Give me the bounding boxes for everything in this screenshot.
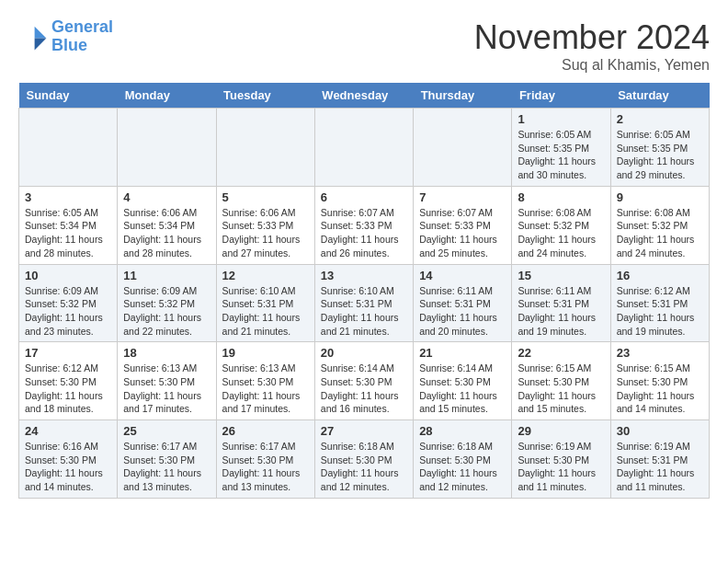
day-info: Sunrise: 6:10 AM Sunset: 5:31 PM Dayligh… (321, 284, 407, 339)
day-number: 30 (617, 424, 703, 438)
weekday-header-sunday: Sunday (19, 83, 118, 109)
calendar-cell: 23Sunrise: 6:15 AM Sunset: 5:30 PM Dayli… (610, 342, 709, 420)
day-info: Sunrise: 6:16 AM Sunset: 5:30 PM Dayligh… (25, 440, 111, 494)
calendar-cell: 18Sunrise: 6:13 AM Sunset: 5:30 PM Dayli… (118, 342, 216, 420)
logo-line1: General (51, 17, 113, 36)
weekday-header-tuesday: Tuesday (216, 83, 314, 109)
calendar-cell: 16Sunrise: 6:12 AM Sunset: 5:31 PM Dayli… (610, 264, 709, 342)
logo-line2: Blue (51, 36, 87, 54)
day-number: 22 (518, 346, 604, 360)
day-info: Sunrise: 6:06 AM Sunset: 5:34 PM Dayligh… (123, 206, 210, 260)
day-info: Sunrise: 6:08 AM Sunset: 5:32 PM Dayligh… (617, 206, 703, 260)
day-info: Sunrise: 6:07 AM Sunset: 5:33 PM Dayligh… (419, 206, 506, 260)
svg-marker-0 (35, 27, 47, 39)
calendar-cell (216, 109, 314, 187)
day-number: 14 (419, 269, 506, 282)
day-info: Sunrise: 6:14 AM Sunset: 5:30 PM Dayligh… (321, 362, 407, 416)
calendar-cell (118, 109, 216, 187)
calendar-cell: 1Sunrise: 6:05 AM Sunset: 5:35 PM Daylig… (512, 109, 610, 187)
calendar-week-row: 17Sunrise: 6:12 AM Sunset: 5:30 PM Dayli… (19, 342, 710, 420)
calendar-cell: 3Sunrise: 6:05 AM Sunset: 5:34 PM Daylig… (19, 186, 118, 264)
day-number: 10 (25, 269, 111, 282)
header: General Blue November 2024 Suq al Khamis… (18, 18, 710, 74)
day-number: 20 (321, 346, 407, 360)
calendar-week-row: 3Sunrise: 6:05 AM Sunset: 5:34 PM Daylig… (19, 186, 710, 264)
day-number: 4 (123, 190, 210, 204)
calendar-cell: 15Sunrise: 6:11 AM Sunset: 5:31 PM Dayli… (512, 264, 610, 342)
calendar-cell: 17Sunrise: 6:12 AM Sunset: 5:30 PM Dayli… (19, 342, 118, 420)
day-number: 9 (617, 190, 703, 204)
day-info: Sunrise: 6:06 AM Sunset: 5:33 PM Dayligh… (222, 206, 309, 260)
day-number: 29 (518, 424, 604, 438)
day-info: Sunrise: 6:05 AM Sunset: 5:35 PM Dayligh… (617, 128, 703, 182)
day-info: Sunrise: 6:19 AM Sunset: 5:31 PM Dayligh… (617, 440, 703, 494)
day-number: 21 (419, 346, 506, 360)
calendar-week-row: 10Sunrise: 6:09 AM Sunset: 5:32 PM Dayli… (19, 264, 710, 342)
calendar-week-row: 24Sunrise: 6:16 AM Sunset: 5:30 PM Dayli… (19, 420, 710, 499)
svg-marker-1 (35, 38, 47, 50)
calendar-cell: 26Sunrise: 6:17 AM Sunset: 5:30 PM Dayli… (216, 420, 314, 499)
calendar-week-row: 1Sunrise: 6:05 AM Sunset: 5:35 PM Daylig… (19, 109, 710, 187)
day-info: Sunrise: 6:13 AM Sunset: 5:30 PM Dayligh… (123, 362, 210, 416)
day-number: 28 (419, 424, 506, 438)
day-info: Sunrise: 6:07 AM Sunset: 5:33 PM Dayligh… (321, 206, 407, 260)
calendar-cell: 5Sunrise: 6:06 AM Sunset: 5:33 PM Daylig… (216, 186, 314, 264)
calendar-cell (414, 109, 512, 187)
day-info: Sunrise: 6:17 AM Sunset: 5:30 PM Dayligh… (123, 440, 210, 494)
day-number: 19 (222, 346, 309, 360)
calendar-cell: 24Sunrise: 6:16 AM Sunset: 5:30 PM Dayli… (19, 420, 118, 499)
logo-icon (18, 22, 48, 52)
day-info: Sunrise: 6:10 AM Sunset: 5:31 PM Dayligh… (222, 284, 309, 339)
calendar-cell: 6Sunrise: 6:07 AM Sunset: 5:33 PM Daylig… (314, 186, 413, 264)
calendar-header: SundayMondayTuesdayWednesdayThursdayFrid… (19, 83, 710, 109)
calendar-cell: 10Sunrise: 6:09 AM Sunset: 5:32 PM Dayli… (19, 264, 118, 342)
day-number: 25 (123, 424, 210, 438)
day-number: 23 (617, 346, 703, 360)
weekday-header-friday: Friday (512, 83, 610, 109)
calendar-cell: 13Sunrise: 6:10 AM Sunset: 5:31 PM Dayli… (314, 264, 413, 342)
day-info: Sunrise: 6:17 AM Sunset: 5:30 PM Dayligh… (222, 440, 309, 494)
day-number: 24 (25, 424, 111, 438)
day-number: 18 (123, 346, 210, 360)
day-number: 8 (518, 190, 604, 204)
day-info: Sunrise: 6:05 AM Sunset: 5:34 PM Dayligh… (25, 206, 111, 260)
weekday-header-row: SundayMondayTuesdayWednesdayThursdayFrid… (19, 83, 710, 109)
calendar-cell: 28Sunrise: 6:18 AM Sunset: 5:30 PM Dayli… (414, 420, 512, 499)
location-subtitle: Suq al Khamis, Yemen (474, 57, 710, 74)
calendar-cell: 11Sunrise: 6:09 AM Sunset: 5:32 PM Dayli… (118, 264, 216, 342)
day-info: Sunrise: 6:12 AM Sunset: 5:30 PM Dayligh… (25, 362, 111, 416)
day-number: 2 (617, 112, 703, 126)
day-number: 15 (518, 269, 604, 282)
day-number: 13 (321, 269, 407, 282)
calendar-cell: 21Sunrise: 6:14 AM Sunset: 5:30 PM Dayli… (414, 342, 512, 420)
day-info: Sunrise: 6:19 AM Sunset: 5:30 PM Dayligh… (518, 440, 604, 494)
calendar-cell: 27Sunrise: 6:18 AM Sunset: 5:30 PM Dayli… (314, 420, 413, 499)
day-info: Sunrise: 6:13 AM Sunset: 5:30 PM Dayligh… (222, 362, 309, 416)
logo-text: General Blue (51, 18, 113, 55)
calendar-cell: 9Sunrise: 6:08 AM Sunset: 5:32 PM Daylig… (610, 186, 709, 264)
weekday-header-monday: Monday (118, 83, 216, 109)
logo: General Blue (18, 18, 113, 55)
day-number: 6 (321, 190, 407, 204)
day-number: 16 (617, 269, 703, 282)
calendar-cell: 2Sunrise: 6:05 AM Sunset: 5:35 PM Daylig… (610, 109, 709, 187)
calendar-cell: 8Sunrise: 6:08 AM Sunset: 5:32 PM Daylig… (512, 186, 610, 264)
calendar-cell (314, 109, 413, 187)
title-area: November 2024 Suq al Khamis, Yemen (474, 18, 710, 74)
weekday-header-thursday: Thursday (414, 83, 512, 109)
calendar-cell: 30Sunrise: 6:19 AM Sunset: 5:31 PM Dayli… (610, 420, 709, 499)
day-info: Sunrise: 6:08 AM Sunset: 5:32 PM Dayligh… (518, 206, 604, 260)
calendar-cell: 25Sunrise: 6:17 AM Sunset: 5:30 PM Dayli… (118, 420, 216, 499)
day-number: 11 (123, 269, 210, 282)
calendar-table: SundayMondayTuesdayWednesdayThursdayFrid… (18, 83, 710, 499)
day-number: 5 (222, 190, 309, 204)
day-info: Sunrise: 6:12 AM Sunset: 5:31 PM Dayligh… (617, 284, 703, 339)
day-info: Sunrise: 6:09 AM Sunset: 5:32 PM Dayligh… (25, 284, 111, 339)
weekday-header-wednesday: Wednesday (314, 83, 413, 109)
day-info: Sunrise: 6:15 AM Sunset: 5:30 PM Dayligh… (617, 362, 703, 416)
day-info: Sunrise: 6:18 AM Sunset: 5:30 PM Dayligh… (419, 440, 506, 494)
calendar-cell: 14Sunrise: 6:11 AM Sunset: 5:31 PM Dayli… (414, 264, 512, 342)
day-info: Sunrise: 6:14 AM Sunset: 5:30 PM Dayligh… (419, 362, 506, 416)
calendar-cell: 7Sunrise: 6:07 AM Sunset: 5:33 PM Daylig… (414, 186, 512, 264)
day-info: Sunrise: 6:05 AM Sunset: 5:35 PM Dayligh… (518, 128, 604, 182)
